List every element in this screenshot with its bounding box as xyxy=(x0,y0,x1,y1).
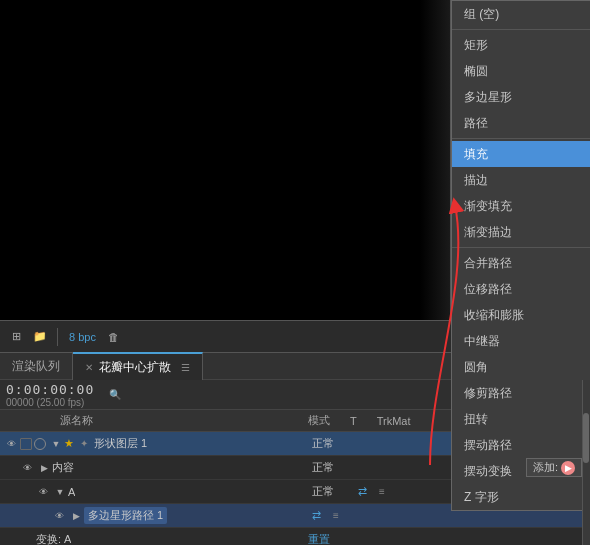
layer-left-transform: 变换: A xyxy=(0,528,300,545)
menu-item-poly-star[interactable]: 多边星形 xyxy=(452,84,590,110)
row-icons-poly: 👁 xyxy=(52,509,66,523)
layer-name-transform: 变换: A xyxy=(36,532,71,545)
menu-item-group-empty[interactable]: 组 (空) xyxy=(452,1,590,27)
expand-btn-a[interactable]: ▼ xyxy=(54,486,66,498)
layer-row-poly-star-path[interactable]: 👁 ▶ 多边星形路径 1 ⇄ ≡ xyxy=(0,504,590,528)
tab-menu-icon[interactable]: ☰ xyxy=(181,362,190,373)
icon-btn-poly1[interactable]: ⇄ xyxy=(308,508,324,524)
menu-item-fill[interactable]: 填充 xyxy=(452,141,590,167)
layer-row-transform-a[interactable]: 变换: A 重置 xyxy=(0,528,590,545)
menu-item-offset-paths[interactable]: 位移路径 xyxy=(452,276,590,302)
col-t-label: T xyxy=(350,415,357,427)
layer-left-poly-star: 👁 ▶ 多边星形路径 1 xyxy=(0,504,300,527)
toolbar-sep-1 xyxy=(57,328,58,346)
col-source-name: 源名称 xyxy=(0,413,300,428)
add-button[interactable]: 添加: ▶ xyxy=(526,458,582,477)
menu-item-round-corners[interactable]: 圆角 xyxy=(452,354,590,380)
layer-name-content: 内容 xyxy=(52,460,74,475)
menu-item-gradient-stroke[interactable]: 渐变描边 xyxy=(452,219,590,245)
expand-btn-poly[interactable]: ▶ xyxy=(70,510,82,522)
layer-left-a: 👁 ▼ A xyxy=(0,480,300,503)
mode-a[interactable]: 正常 xyxy=(312,484,334,499)
menu-divider-1 xyxy=(452,29,590,30)
layer-right-poly: ⇄ ≡ xyxy=(300,504,590,527)
timeline-rows: 👁 ▼ ★ ✦ 形状图层 1 正常 👁 ▶ 内容 xyxy=(0,432,590,545)
col-source-name-label: 源名称 xyxy=(60,413,93,428)
layer-right-a: 正常 ⇄ ≡ xyxy=(300,480,590,503)
icon-btn-poly2[interactable]: ≡ xyxy=(328,508,344,524)
search-btn[interactable]: 🔍 xyxy=(106,386,124,404)
col-trkmat-label: TrkMat xyxy=(377,415,411,427)
tab-render-queue[interactable]: 渲染队列 xyxy=(0,352,73,380)
layer-type-icon-1: ✦ xyxy=(77,437,91,451)
layer-left-content: 👁 ▶ 内容 xyxy=(0,456,300,479)
menu-item-ellipse[interactable]: 椭圆 xyxy=(452,58,590,84)
layer-name-poly: 多边星形路径 1 xyxy=(84,507,167,524)
fps-text: 00000 (25.00 fps) xyxy=(6,397,94,408)
bpc-label: 8 bpc xyxy=(65,331,100,343)
menu-divider-3 xyxy=(452,247,590,248)
menu-item-trim-paths[interactable]: 修剪路径 xyxy=(452,380,590,406)
preview-area: 组 (空) 矩形 椭圆 多边星形 路径 填充 描边 渐变填充 渐变描边 合并路径… xyxy=(0,0,590,320)
layer-right-transform: 重置 xyxy=(300,528,590,545)
menu-divider-2 xyxy=(452,138,590,139)
layer-row-a[interactable]: 👁 ▼ A 正常 ⇄ ≡ xyxy=(0,480,590,504)
row-icons-content: 👁 xyxy=(20,461,34,475)
reset-link[interactable]: 重置 xyxy=(308,532,330,545)
layer-left-shape-layer-1: 👁 ▼ ★ ✦ 形状图层 1 xyxy=(0,432,300,455)
menu-item-twist[interactable]: 扭转 xyxy=(452,406,590,432)
layer-row-content[interactable]: 👁 ▶ 内容 正常 添加: ▶ xyxy=(0,456,590,480)
expand-btn-content[interactable]: ▶ xyxy=(38,462,50,474)
menu-item-path[interactable]: 路径 xyxy=(452,110,590,136)
menu-item-rectangle[interactable]: 矩形 xyxy=(452,32,590,58)
col-mode-label: 模式 xyxy=(308,413,330,428)
add-button-label: 添加: xyxy=(533,460,558,475)
expand-btn-1[interactable]: ▼ xyxy=(50,438,62,450)
mode-1[interactable]: 正常 xyxy=(312,436,334,451)
menu-item-gradient-fill[interactable]: 渐变填充 xyxy=(452,193,590,219)
menu-item-stroke[interactable]: 描边 xyxy=(452,167,590,193)
eye-icon-poly[interactable]: 👁 xyxy=(52,509,66,523)
layer-name-1: 形状图层 1 xyxy=(94,436,147,451)
main-container: 组 (空) 矩形 椭圆 多边星形 路径 填充 描边 渐变填充 渐变描边 合并路径… xyxy=(0,0,590,545)
folder-btn[interactable]: 📁 xyxy=(30,327,50,347)
tab-composition[interactable]: ✕ 花瓣中心扩散 ☰ xyxy=(73,352,203,380)
eye-icon-1[interactable]: 👁 xyxy=(4,437,18,451)
tab-render-queue-label: 渲染队列 xyxy=(12,358,60,375)
layer-right-content: 正常 添加: ▶ xyxy=(300,456,590,479)
add-dropdown-icon[interactable]: ▶ xyxy=(561,461,575,475)
icon-btn-a2[interactable]: ≡ xyxy=(374,484,390,500)
star-icon-1: ★ xyxy=(64,437,74,450)
menu-item-merge-paths[interactable]: 合并路径 xyxy=(452,250,590,276)
grid-btn[interactable]: ⊞ xyxy=(6,327,26,347)
layer-right-1: 正常 xyxy=(300,432,590,455)
scroll-indicator[interactable] xyxy=(582,380,590,545)
trash-btn[interactable]: 🗑 xyxy=(104,327,124,347)
layer-name-a: A xyxy=(68,486,75,498)
row-icons-1: 👁 xyxy=(4,437,46,451)
preview-canvas xyxy=(0,0,450,320)
menu-item-pucker-bloat[interactable]: 收缩和膨胀 xyxy=(452,302,590,328)
tab-composition-label: 花瓣中心扩散 xyxy=(99,359,171,376)
timecode: 0:00:00:00 xyxy=(6,382,94,397)
scroll-thumb xyxy=(583,413,589,463)
lock-icon-1[interactable] xyxy=(20,438,32,450)
solo-icon-1[interactable] xyxy=(34,438,46,450)
menu-item-repeater[interactable]: 中继器 xyxy=(452,328,590,354)
tab-close-icon[interactable]: ✕ xyxy=(85,362,93,373)
right-panel: 组 (空) 矩形 椭圆 多边星形 路径 填充 描边 渐变填充 渐变描边 合并路径… xyxy=(450,0,590,320)
mode-content[interactable]: 正常 xyxy=(312,460,334,475)
row-icons-a: 👁 xyxy=(36,485,50,499)
eye-icon-content[interactable]: 👁 xyxy=(20,461,34,475)
layer-row-shape-layer-1[interactable]: 👁 ▼ ★ ✦ 形状图层 1 正常 xyxy=(0,432,590,456)
eye-icon-a[interactable]: 👁 xyxy=(36,485,50,499)
icon-btn-a1[interactable]: ⇄ xyxy=(354,484,370,500)
